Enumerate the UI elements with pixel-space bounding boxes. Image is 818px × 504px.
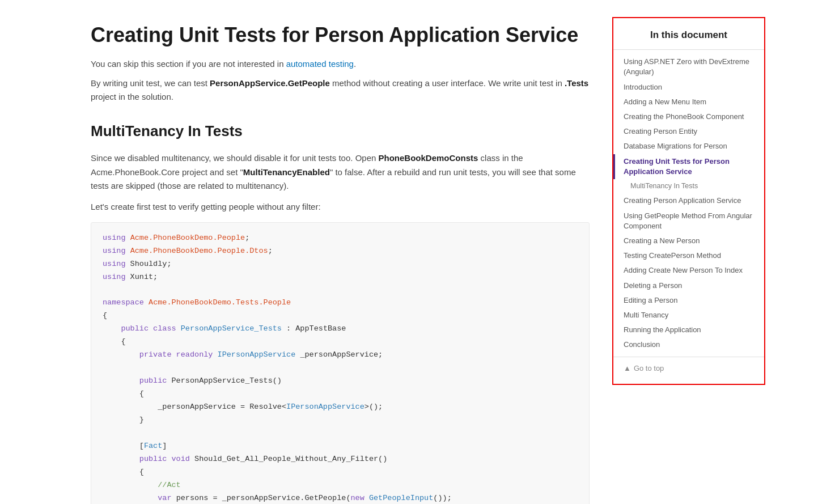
toc-item-13[interactable]: Deleting a Person [613, 278, 764, 293]
intro2-start: By writing unit test, we can test [91, 78, 210, 88]
intro2-end: project in the solution. [91, 92, 173, 101]
toc-item-11[interactable]: Testing CreatePerson Method [613, 248, 764, 263]
go-to-top-button[interactable]: ▲ Go to top [613, 357, 764, 375]
intro2-bold1: PersonAppService.GetPeople [210, 78, 330, 88]
intro-text-before-link: You can skip this section if you are not… [91, 59, 286, 69]
toc-item-15[interactable]: Multi Tenancy [613, 308, 764, 323]
toc-item-14[interactable]: Editing a Person [613, 293, 764, 308]
intro-text-end: . [354, 59, 356, 69]
toc-item-4[interactable]: Creating Person Entity [613, 124, 764, 139]
toc-item-8[interactable]: Creating Person Application Service [613, 193, 764, 208]
toc-item-17[interactable]: Conclusion [613, 337, 764, 352]
go-to-top-arrow-icon: ▲ [624, 363, 631, 375]
toc-item-1[interactable]: Introduction [613, 80, 764, 95]
automated-testing-link[interactable]: automated testing [286, 59, 354, 69]
toc-sidebar: In this document Using ASP.NET Zero with… [612, 17, 765, 385]
toc-item-3[interactable]: Creating the PhoneBook Component [613, 109, 764, 124]
intro-paragraph-1: You can skip this section if you are not… [91, 57, 590, 71]
code-block: using Acme.PhoneBookDemo.People; using A… [91, 222, 590, 504]
toc-item-16[interactable]: Running the Application [613, 323, 764, 337]
toc-item-6[interactable]: Creating Unit Tests for Person Applicati… [613, 154, 764, 179]
section-multitenancy-title: MultiTenancy In Tests [91, 120, 590, 143]
toc-list: Using ASP.NET Zero with DevExtreme (Angu… [613, 54, 764, 352]
toc-title: In this document [613, 27, 764, 50]
intro-paragraph-2: By writing unit test, we can test Person… [91, 77, 590, 104]
toc-item-7[interactable]: MultiTenancy In Tests [613, 179, 764, 194]
toc-item-2[interactable]: Adding a New Menu Item [613, 95, 764, 109]
para1-bold2: MultiTenancyEnabled [243, 167, 330, 177]
para1-start: Since we disabled multitenancy, we shoul… [91, 153, 379, 163]
toc-item-12[interactable]: Adding Create New Person To Index [613, 263, 764, 278]
para1-bold1: PhoneBookDemoConsts [379, 153, 478, 163]
multitenancy-paragraph: Since we disabled multitenancy, we shoul… [91, 151, 590, 193]
toc-item-10[interactable]: Creating a New Person [613, 234, 764, 248]
intro2-mid: method without creating a user interface… [330, 78, 565, 88]
toc-item-5[interactable]: Database Migrations for Person [613, 139, 764, 154]
toc-item-9[interactable]: Using GetPeople Method From Angular Comp… [613, 209, 764, 234]
create-first-test-para: Let's create first test to verify gettin… [91, 200, 590, 214]
page-title: Creating Unit Tests for Person Applicati… [91, 23, 590, 47]
toc-item-0[interactable]: Using ASP.NET Zero with DevExtreme (Angu… [613, 54, 764, 79]
main-content: Creating Unit Tests for Person Applicati… [0, 11, 612, 504]
intro2-bold2: .Tests [565, 78, 588, 88]
go-to-top-label: Go to top [634, 363, 664, 375]
